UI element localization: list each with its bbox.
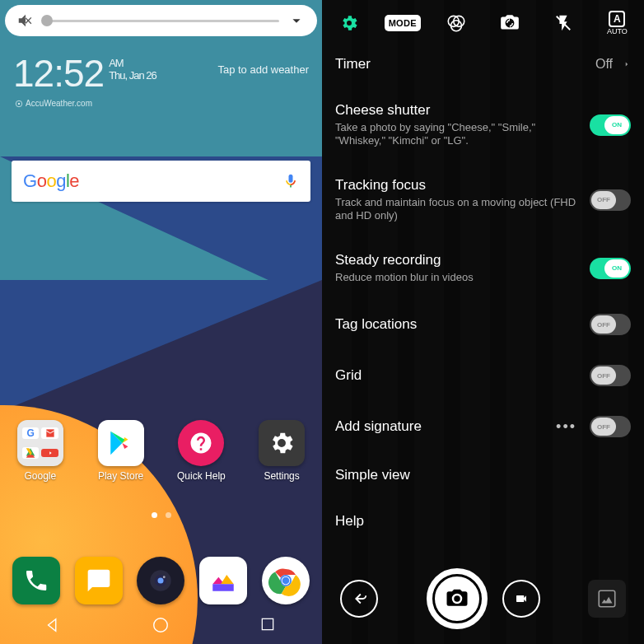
chevron-down-icon[interactable] [287, 12, 306, 30]
camera-mode-button[interactable]: MODE [386, 7, 419, 40]
page-indicator[interactable] [0, 512, 322, 518]
camera-back-button[interactable] [340, 580, 378, 618]
clock-widget[interactable]: 12:52 AM Thu, Jan 26 [13, 51, 156, 96]
svg-point-10 [282, 577, 290, 585]
camera-settings-button[interactable] [333, 7, 366, 40]
toggle-tracking-focus[interactable]: OFF [590, 189, 631, 211]
toggle-grid[interactable]: OFF [590, 365, 631, 386]
camera-flash-button[interactable] [547, 7, 580, 40]
wallpaper [0, 0, 322, 644]
toggle-steady-recording[interactable]: ON [590, 258, 631, 279]
mic-icon[interactable] [282, 170, 299, 192]
gallery-thumbnail[interactable] [588, 580, 626, 618]
accuweather-attribution: AccuWeather.com [15, 99, 92, 108]
toggle-add-signature[interactable]: OFF [590, 416, 631, 437]
svg-point-11 [154, 618, 168, 632]
page-dot-active [152, 512, 157, 518]
app-label: Play Store [98, 470, 143, 482]
row-grid[interactable]: Grid OFF [335, 350, 631, 401]
clock-ampm: AM [109, 57, 156, 69]
settings-list[interactable]: Timer Off Cheese shutter Take a photo by… [322, 46, 644, 553]
auto-a-icon: A [609, 11, 625, 27]
camera-settings-screen: MODE A AUTO Timer Off Cheese s [322, 0, 644, 644]
video-record-button[interactable] [502, 580, 540, 618]
camera-top-bar: MODE A AUTO [322, 0, 644, 46]
nav-recent-button[interactable] [259, 616, 278, 634]
camera-auto-button[interactable]: A AUTO [600, 7, 633, 40]
row-tracking-focus[interactable]: Tracking focus Track and maintain focus … [335, 162, 631, 237]
svg-rect-7 [213, 584, 235, 591]
volume-panel[interactable] [5, 5, 317, 36]
camera-filter-button[interactable] [440, 7, 473, 40]
app-quick-help[interactable]: Quick Help [167, 420, 235, 482]
row-tag-locations[interactable]: Tag locations OFF [335, 299, 631, 350]
row-simple-view[interactable]: Simple view [335, 452, 631, 498]
capture-bar [322, 553, 644, 644]
play-store-icon [98, 420, 144, 466]
app-phone[interactable] [12, 557, 60, 604]
app-label: Quick Help [177, 470, 226, 482]
row-steady-recording[interactable]: Steady recording Reduce motion blur in v… [335, 237, 631, 299]
app-settings[interactable]: Settings [248, 420, 315, 482]
row-help[interactable]: Help [335, 498, 631, 544]
svg-point-1 [18, 102, 21, 105]
svg-point-17 [454, 595, 460, 602]
home-screen: 12:52 AM Thu, Jan 26 Tap to add weather … [0, 0, 322, 644]
app-label: Google [25, 470, 57, 482]
app-camera[interactable] [137, 557, 184, 604]
google-logo: Google [23, 170, 79, 192]
more-icon[interactable]: ••• [556, 418, 576, 436]
volume-thumb[interactable] [41, 15, 53, 26]
app-gallery[interactable] [199, 557, 247, 604]
toggle-tag-locations[interactable]: OFF [590, 314, 631, 335]
nav-back-button[interactable] [44, 616, 63, 634]
gear-icon [259, 420, 305, 466]
toggle-cheese-shutter[interactable]: ON [590, 114, 631, 136]
camera-switch-button[interactable] [493, 7, 526, 40]
row-timer[interactable]: Timer Off [335, 46, 631, 87]
svg-point-5 [163, 576, 166, 578]
clock-time: 12:52 [13, 51, 104, 96]
nav-bar [0, 606, 322, 644]
chevron-right-icon [623, 58, 631, 70]
app-google-folder[interactable]: G Google [7, 420, 74, 482]
app-label: Settings [264, 470, 299, 482]
app-chrome[interactable] [262, 557, 310, 604]
folder-icon: G [17, 420, 63, 466]
app-messages[interactable] [75, 557, 123, 604]
volume-slider[interactable] [43, 20, 279, 22]
google-search-bar[interactable]: Google [12, 161, 310, 202]
svg-rect-12 [262, 618, 273, 629]
row-cheese-shutter[interactable]: Cheese shutter Take a photo by saying "C… [335, 87, 631, 162]
quick-help-icon [178, 420, 224, 466]
nav-home-button[interactable] [152, 616, 170, 634]
clock-date: Thu, Jan 26 [109, 69, 156, 82]
volume-mute-icon [16, 12, 35, 30]
svg-point-4 [158, 577, 164, 583]
svg-rect-18 [599, 590, 615, 607]
shutter-button[interactable] [427, 568, 488, 629]
row-add-signature[interactable]: Add signature ••• OFF [335, 401, 631, 452]
app-play-store[interactable]: Play Store [87, 420, 155, 482]
weather-cta[interactable]: Tap to add weather [217, 63, 309, 76]
page-dot [166, 512, 171, 518]
dock [0, 557, 322, 604]
